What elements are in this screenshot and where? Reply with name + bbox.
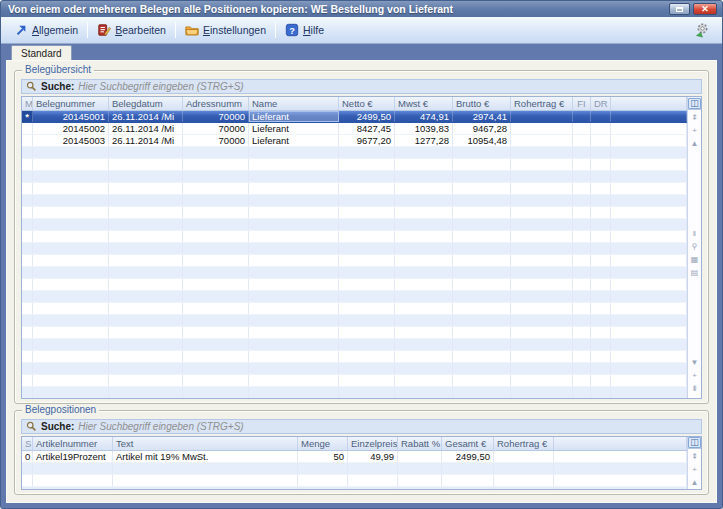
cell-brutto: 9467,28 — [453, 123, 511, 134]
magnifier-icon[interactable]: ⚲ — [692, 242, 698, 252]
grid-empty-cell — [33, 183, 109, 194]
grid-empty-cell — [591, 339, 611, 350]
grid-empty-cell — [442, 487, 494, 489]
table-row[interactable]: 20145003 26.11.2014 /Mi 70000 Lieferant … — [22, 135, 687, 147]
col-header-brutto[interactable]: Brutto € — [453, 97, 511, 110]
cell-row-indicator — [22, 123, 33, 134]
cell-row-indicator — [22, 135, 33, 146]
col-header-mwst[interactable]: Mwst € — [395, 97, 453, 110]
scroll-up-icon[interactable]: ▲ — [691, 139, 699, 149]
scroll-top-icon[interactable]: ⇞ — [691, 452, 698, 462]
grid-empty-cell — [511, 255, 573, 266]
grid-empty-cell — [22, 487, 33, 489]
scroll-down-icon[interactable]: ▼ — [691, 358, 699, 368]
settings-folder-icon — [185, 23, 199, 37]
positions-search-bar[interactable]: Suche: Hier Suchbegriff eingeben (STRG+S… — [21, 419, 702, 434]
col-header-einzelpreis[interactable]: Einzelpreis € — [348, 437, 398, 450]
col-header-netto[interactable]: Netto € — [339, 97, 395, 110]
table-row[interactable]: 0 Artikel19Prozent Artikel mit 19% MwSt.… — [22, 451, 687, 463]
menu-bearbeiten[interactable]: Bearbeiten — [92, 21, 171, 39]
grid-empty-cell — [109, 195, 183, 206]
col-header-dr[interactable]: DR — [591, 97, 611, 110]
table-row[interactable]: 20145002 26.11.2014 /Mi 70000 Lieferant … — [22, 123, 687, 135]
grid-empty-cell — [511, 267, 573, 278]
tab-strip: Standard — [6, 44, 717, 60]
grid-empty-cell — [398, 487, 442, 489]
cell-menge: 50 — [298, 451, 348, 462]
col-header-artikelnummer[interactable]: Artikelnummer — [33, 437, 113, 450]
sync-gear-icon[interactable] — [694, 22, 710, 38]
grid-empty-cell — [453, 219, 511, 230]
close-button[interactable]: ✕ — [693, 3, 717, 15]
restore-button[interactable] — [669, 3, 690, 15]
grid-empty-cell — [573, 207, 591, 218]
add-row-icon[interactable]: + — [692, 371, 697, 381]
overview-search-bar[interactable]: Suche: Hier Suchbegriff eingeben (STRG+S… — [21, 79, 702, 94]
menu-einstellungen[interactable]: Einstellungen — [180, 21, 271, 39]
grid-empty-cell — [591, 327, 611, 338]
grid-empty-cell — [339, 363, 395, 374]
grid-empty-cell — [591, 303, 611, 314]
menu-hilfe[interactable]: ? Hilfe — [280, 21, 329, 39]
col-header-fi[interactable]: FI — [573, 97, 591, 110]
grid-empty-cell — [611, 375, 687, 386]
scroll-bottom-icon[interactable]: ⇟ — [691, 384, 698, 394]
col-header-belegnummer[interactable]: Belegnummer — [33, 97, 109, 110]
layout-icon[interactable]: ▤ — [691, 268, 699, 278]
grid-empty-cell — [494, 487, 554, 489]
close-icon: ✕ — [701, 4, 709, 14]
grid-empty-cell — [554, 475, 687, 486]
scroll-top-icon[interactable]: ⇞ — [691, 113, 698, 123]
grid-empty-cell — [573, 219, 591, 230]
pause-icon[interactable]: ‖ — [693, 229, 696, 239]
grid-empty-cell — [511, 171, 573, 182]
add-row-icon[interactable]: + — [692, 126, 697, 136]
col-header-text[interactable]: Text — [113, 437, 298, 450]
search-placeholder: Hier Suchbegriff eingeben (STRG+S) — [78, 421, 243, 432]
grid-empty-cell — [33, 231, 109, 242]
col-header-s[interactable]: S — [22, 437, 33, 450]
col-header-name[interactable]: Name — [249, 97, 339, 110]
scroll-up-icon[interactable]: ▲ — [691, 478, 699, 488]
grid-empty-cell — [109, 159, 183, 170]
col-header-adressnummer[interactable]: Adressnumm — [183, 97, 249, 110]
col-header-rohertrag[interactable]: Rohertrag € — [494, 437, 554, 450]
col-header-belegdatum[interactable]: Belegdatum — [109, 97, 183, 110]
col-header-rohertrag[interactable]: Rohertrag € — [511, 97, 573, 110]
grid-empty-cell — [453, 255, 511, 266]
grid-empty-cell — [591, 291, 611, 302]
menu-bar: Allgemein Bearbeiten Einstellungen ? Hil… — [1, 17, 722, 44]
grid-empty-cell — [33, 339, 109, 350]
grid-empty-row — [22, 207, 687, 219]
grid-empty-cell — [298, 463, 348, 474]
add-row-icon[interactable]: + — [692, 465, 697, 475]
grid-empty-cell — [611, 291, 687, 302]
col-header-gesamt[interactable]: Gesamt € — [442, 437, 494, 450]
column-chooser-icon[interactable]: ◫ — [688, 437, 701, 448]
grid-empty-cell — [573, 291, 591, 302]
grid-empty-cell — [395, 147, 453, 158]
grid-view-icon[interactable]: ▦ — [691, 255, 699, 265]
menu-allgemein[interactable]: Allgemein — [9, 21, 83, 39]
grid-empty-row — [22, 147, 687, 159]
column-chooser-icon[interactable]: ◫ — [688, 98, 701, 109]
grid-empty-cell — [183, 303, 249, 314]
grid-empty-cell — [33, 207, 109, 218]
overview-grid: M Belegnummer Belegdatum Adressnumm Name… — [21, 96, 702, 399]
col-header-menge[interactable]: Menge — [298, 437, 348, 450]
grid-empty-cell — [339, 267, 395, 278]
grid-empty-cell — [442, 463, 494, 474]
cell-adressnummer: 70000 — [183, 135, 249, 146]
grid-empty-cell — [511, 231, 573, 242]
col-header-m[interactable]: M — [22, 97, 33, 110]
grid-empty-cell — [591, 267, 611, 278]
grid-empty-cell — [109, 387, 183, 398]
table-row[interactable]: * 20145001 26.11.2014 /Mi 70000 Lieferan… — [22, 111, 687, 123]
grid-empty-cell — [22, 267, 33, 278]
grid-empty-cell — [33, 267, 109, 278]
grid-empty-cell — [22, 183, 33, 194]
col-header-rabatt[interactable]: Rabatt % — [398, 437, 442, 450]
grid-empty-cell — [249, 291, 339, 302]
grid-empty-cell — [183, 195, 249, 206]
tab-standard[interactable]: Standard — [11, 45, 72, 60]
